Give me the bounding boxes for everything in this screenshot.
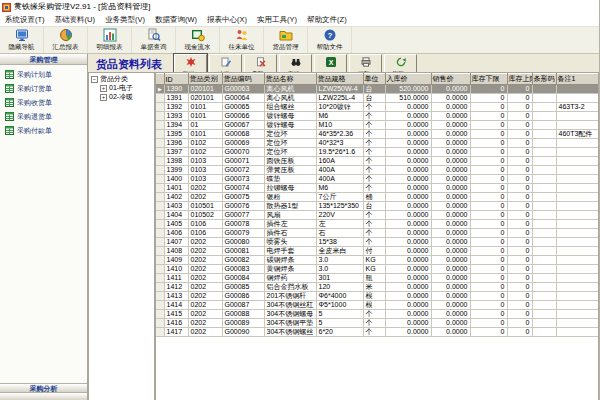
toolbar-hide-navigation[interactable]: 隐藏导航 [0,27,44,53]
table-row[interactable]: 14110202G00084铜焊药301瓶0.00000.000000 [156,274,599,283]
table-row[interactable]: 13990103G00072弹簧压板400A个0.00000.000000 [156,166,599,175]
table-row[interactable]: 14010202G00074拉铆螺母M6个0.00000.000000 [156,184,599,193]
sidebar-section-purchase-analysis[interactable]: 采购分析 [0,383,87,392]
menu-utilities[interactable]: 实用工具(Y) [252,15,302,25]
cell: 米 [363,283,385,292]
cell: 0 [470,256,507,265]
cell: 7公斤 [316,193,363,202]
edit-icon [221,53,231,71]
cell: 304不锈钢平垫 [264,319,316,328]
table-row[interactable]: 1404010502G00077风扇220V个0.00000.000000 [156,211,599,220]
cell: 1417 [164,328,188,337]
tree-node-02-hvac[interactable]: +02-冷暖 [100,93,154,101]
table-row[interactable]: 1391020101G00064离心风机LZW225L-4台510.00000.… [156,94,599,103]
tree-node-01-electronics[interactable]: +01-电子 [100,84,154,92]
cell [556,229,599,238]
table-row[interactable]: 14050106G00078插件左左个0.00000.000000 [156,220,599,229]
table-row[interactable]: 14070202G00080喷雾头15*38个0.00000.000000 [156,238,599,247]
sidebar-item-purchase-order[interactable]: 采购订货单 [0,82,87,96]
table-row[interactable]: 13930101G00066镀锌螺母M6个0.00000.000000 [156,112,599,121]
cell: 0 [470,94,507,103]
table-row[interactable]: 14130202G00086201不锈钢杆Φ6*4000根0.00000.000… [156,292,599,301]
menu-data-query[interactable]: 数据查询(W) [150,15,202,25]
expand-icon[interactable]: + [100,94,107,101]
column-header-8[interactable]: 销售价 [431,74,470,85]
cell: 0 [470,220,507,229]
sidebar-item-label: 采购订货单 [17,84,52,94]
menu-base-data[interactable]: 基础资料(U) [50,15,100,25]
cell [532,121,556,130]
table-row[interactable]: 14170202G00090304不锈钢螺丝6*20个0.00000.00000… [156,328,599,337]
menu-report-center[interactable]: 报表中心(X) [202,15,252,25]
cell [556,202,599,211]
table-row[interactable]: 14060106G00079插件右右个0.00000.000000 [156,229,599,238]
expand-icon[interactable]: + [100,85,107,92]
toolbar-summary-report[interactable]: 汇总报表 [44,27,88,53]
column-header-3[interactable]: 货品编码 [222,74,264,85]
menu-business-types[interactable]: 业务类型(V) [100,15,150,25]
cell: 0 [507,121,532,130]
form-icon [5,126,14,136]
cell: 1416 [164,319,188,328]
column-header-10[interactable]: 库存上限 [507,74,532,85]
column-header-9[interactable]: 库存下限 [470,74,507,85]
table-row[interactable]: 14120202G00085铝合金挡水板120米0.00000.000000 [156,283,599,292]
cell: M10 [316,121,363,130]
cell: 0 [507,103,532,112]
table-row[interactable]: 14140202G00087304不锈钢丝杠Φ5*1000根0.00000.00… [156,301,599,310]
cell [556,301,599,310]
cell: 台 [363,85,385,94]
toolbar-help-file[interactable]: ?帮助文件 [308,27,352,53]
table-row[interactable]: 14150202G00088304不锈钢螺母5个0.00000.000000 [156,310,599,319]
table-row[interactable]: 13980103G00071圆铁压板160A个0.00000.000000 [156,157,599,166]
cell [532,220,556,229]
sidebar-item-purchase-receipt[interactable]: 采购收货单 [0,96,87,110]
sidebar-item-purchase-return[interactable]: 采购退货单 [0,110,87,124]
toolbar-document-query[interactable]: 单据查询 [132,27,176,53]
toolbar-detail-report[interactable]: 明细报表 [88,27,132,53]
sidebar-item-purchase-plan[interactable]: 采购计划单 [0,68,87,82]
column-header-4[interactable]: 货品名称 [264,74,316,85]
cell: 0 [507,112,532,121]
column-header-11[interactable]: 条形码 [532,74,556,85]
table-row[interactable]: 13920101G00065组合螺丝10*20镀锌个0.00000.000000… [156,103,599,112]
toolbar-partners[interactable]: 往来单位 [220,27,264,53]
table-row[interactable]: 14080202G00081电焊手套全皮米白付0.00000.000000 [156,247,599,256]
table-row[interactable]: 14020202G00075银粉7公斤桶0.00000.000000 [156,193,599,202]
column-header-5[interactable]: 货品规格 [316,74,363,85]
table-row[interactable]: 14100202G00083黄铜焊条3.0KG0.00000.000000 [156,265,599,274]
cell: 0.0000 [431,238,470,247]
table-row[interactable]: 14000103G00073碟垫400A个0.00000.000000 [156,175,599,184]
cell: 1410 [164,265,188,274]
row-indicator [156,256,164,265]
table-row[interactable]: ▶1390020101G00063离心风机LZW250W-4台520.00000… [156,85,599,94]
cell: 0202 [188,283,222,292]
tree-root-goods-category[interactable]: − 货品分类 [91,75,154,83]
collapse-icon[interactable]: − [91,76,98,83]
column-header-7[interactable]: 入库价 [385,74,431,85]
column-header-1[interactable]: ID [164,74,188,85]
sidebar-section-clipped[interactable] [0,392,87,400]
cell: 0.0000 [431,328,470,337]
table-row[interactable]: 139401G00067镀锌螺母M10个0.00000.000000 [156,121,599,130]
table-row[interactable]: 13960102G00069定位环40*32*3个0.00000.000000 [156,139,599,148]
cell: 0.0000 [385,184,431,193]
toolbar-cash-flow[interactable]: 现金流水 [176,27,220,53]
table-row[interactable]: 1403010501G00076散热器1型135*125*350台0.00000… [156,202,599,211]
table-row[interactable]: 14160202G00089304不锈钢平垫5个0.00000.000000 [156,319,599,328]
cell [532,193,556,202]
column-header-6[interactable]: 单位 [363,74,385,85]
sidebar-header-purchase-management[interactable]: 采购管理 [0,54,87,65]
cell: 1393 [164,112,188,121]
cell [556,220,599,229]
toolbar-goods-management[interactable]: 货品管理 [264,27,308,53]
column-header-2[interactable]: 货品类别 [188,74,222,85]
menu-help-files[interactable]: 帮助文件(Z) [302,15,352,25]
cell: 0 [507,229,532,238]
table-row[interactable]: 13970102G00070定位环19.5*26*1.6个0.00000.000… [156,148,599,157]
sidebar-item-purchase-payment[interactable]: 采购付款单 [0,124,87,138]
table-row[interactable]: 14090202G00082碳钢焊条3.0KG0.00000.000000 [156,256,599,265]
column-header-12[interactable]: 备注1 [556,74,599,85]
table-row[interactable]: 13950101G00068定位环46*35*2.36个0.00000.0000… [156,130,599,139]
menu-system-settings[interactable]: 系统设置(T) [0,15,50,25]
